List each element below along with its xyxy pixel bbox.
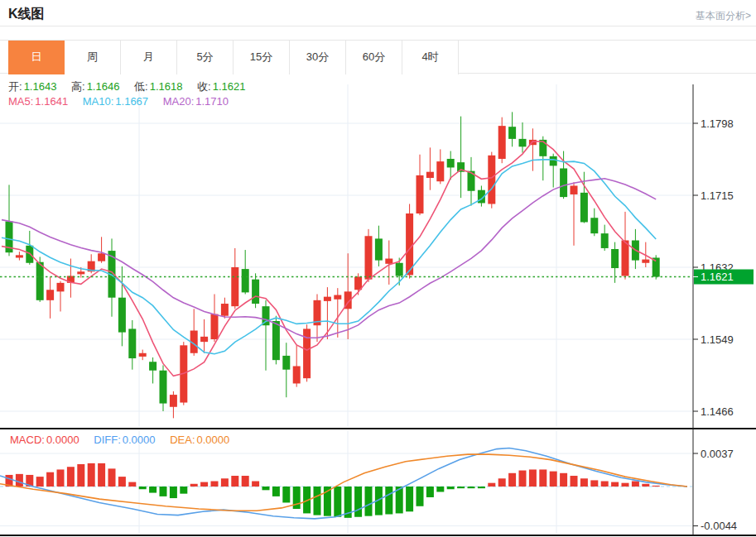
candlestick [242, 269, 249, 292]
macd-bar [36, 477, 44, 487]
macd-bar [354, 487, 362, 517]
candlestick [519, 139, 527, 146]
candlestick [375, 238, 383, 260]
macd-bar [590, 480, 598, 487]
macd-bar [160, 487, 167, 496]
macd-bar [282, 487, 290, 502]
candlestick [252, 280, 259, 304]
macd-bar [128, 482, 136, 487]
candlestick [365, 236, 373, 279]
candlestick [211, 314, 219, 339]
macd-bar [211, 482, 219, 487]
macd-bar [108, 468, 116, 487]
kline-page: K线图 基本面分析> 日 周 月 5分 15分 30分 60分 4时 1.179… [0, 0, 756, 537]
candlestick [293, 366, 301, 383]
macd-bar [16, 474, 23, 487]
macd-bar [406, 487, 413, 511]
current-price-text: 1.1621 [701, 271, 734, 283]
macd-bar [488, 483, 495, 487]
macd-bar [436, 487, 444, 491]
candlestick [98, 253, 105, 261]
candlestick [406, 213, 413, 275]
ohlc-legend: 开:1.1643 高:1.1646 低:1.1618 收:1.1621 [8, 79, 247, 94]
macd-bar [632, 482, 639, 487]
candlestick [436, 161, 444, 181]
ma-legend: MA5:1.1641 MA10:1.1667 MA20:1.1710 [8, 95, 230, 108]
candlestick [46, 290, 54, 300]
candlestick [57, 283, 65, 291]
macd-bar [221, 478, 229, 487]
macd-bar [571, 476, 578, 487]
candlestick [498, 126, 506, 159]
dea-value: 0.0000 [197, 434, 230, 446]
candlestick [508, 127, 516, 139]
candlestick [160, 371, 167, 404]
macd-bar [468, 487, 475, 488]
price-axis-label: 1.1466 [701, 405, 734, 418]
macd-bar [200, 482, 208, 487]
macd-bar [334, 487, 341, 517]
ma20-label: MA20: [163, 95, 195, 108]
candlestick [601, 233, 609, 248]
candlestick [488, 156, 495, 204]
candlestick [282, 356, 290, 370]
macd-bar [652, 486, 660, 487]
ma10-value: 1.1667 [115, 95, 148, 108]
candlestick [396, 263, 403, 276]
macd-bar [170, 487, 177, 498]
macd-bar [447, 487, 455, 489]
candlestick [447, 159, 455, 167]
price-axis-label: 1.1798 [701, 117, 734, 130]
macd-bar [642, 484, 649, 487]
high-value: 1.1646 [87, 80, 120, 93]
ma5-value: 1.1641 [35, 95, 68, 108]
low-label: 低: [134, 80, 148, 93]
macd-bar [426, 487, 434, 497]
candlestick [231, 267, 238, 306]
dea-label: DEA: [170, 434, 195, 446]
macd-bar [457, 487, 465, 488]
macd-bar [417, 487, 424, 506]
ma5-label: MA5: [8, 95, 33, 108]
macd-bar [508, 473, 516, 487]
macd-bar [57, 469, 65, 487]
high-label: 高: [71, 80, 85, 93]
macd-bar [98, 463, 105, 487]
diff-value: 0.0000 [123, 434, 156, 446]
macd-bar [252, 482, 259, 487]
ma10-label: MA10: [83, 95, 114, 108]
low-value: 1.1618 [150, 80, 183, 93]
close-value: 1.1621 [213, 80, 246, 93]
macd-bar [293, 487, 301, 509]
macd-bar [622, 483, 629, 487]
candlestick [611, 249, 619, 268]
macd-value: 0.0000 [46, 434, 79, 446]
macd-legend: MACD:0.0000 DIFF:0.0000 DEA:0.0000 [10, 434, 231, 446]
candlestick [571, 185, 578, 194]
candlestick [16, 255, 23, 257]
macd-bar [77, 464, 84, 487]
macd-bar [580, 478, 588, 487]
macd-bar [88, 463, 95, 487]
candlestick [170, 395, 177, 407]
macd-bar [272, 487, 280, 496]
macd-label: MACD: [10, 434, 45, 446]
candlestick [580, 193, 588, 223]
candlestick [622, 241, 629, 276]
macd-bar [231, 476, 238, 487]
macd-bar [519, 471, 527, 487]
macd-bar [180, 487, 187, 494]
candlestick [385, 259, 392, 264]
candlestick [426, 172, 434, 178]
open-label: 开: [8, 80, 22, 93]
macd-bar [560, 473, 567, 487]
macd-bar [190, 484, 198, 487]
macd-bar [262, 487, 270, 490]
candlestick [550, 156, 557, 166]
macd-bar [314, 487, 321, 515]
candlestick [128, 328, 136, 358]
macd-bar [550, 472, 557, 487]
ma20-value: 1.1710 [195, 95, 229, 108]
price-axis-label: 1.1715 [701, 189, 734, 202]
candlestick [221, 304, 229, 316]
